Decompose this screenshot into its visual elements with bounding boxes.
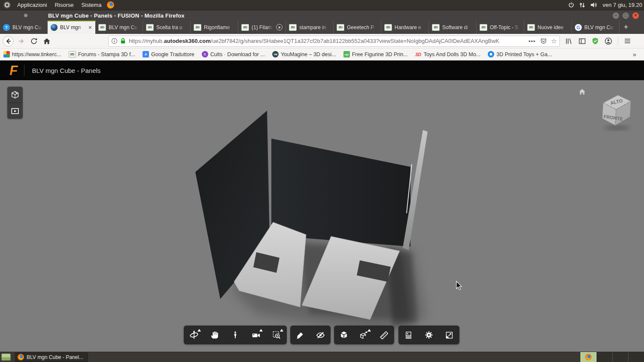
new-tab-button[interactable]: +: [620, 21, 632, 34]
library-icon[interactable]: [565, 37, 573, 45]
tab-0[interactable]: T BLV mgn Cu: [0, 21, 48, 34]
cube-outline-icon: [10, 90, 20, 100]
url-text[interactable]: https://myhub.autodesk360.com/ue2bf7842/…: [129, 38, 529, 44]
tab-4[interactable]: 3D Rigonfiame: [191, 21, 238, 34]
forward-button[interactable]: [15, 35, 27, 48]
tab-6[interactable]: 3D stampare in: [286, 21, 334, 34]
minimize-button[interactable]: –: [613, 12, 619, 19]
tab-10[interactable]: 3D Off-Topic - S: [477, 21, 524, 34]
protection-shield-icon[interactable]: [592, 37, 599, 45]
forum-3d-favicon: 3D: [480, 24, 487, 31]
forum-3d-favicon: 3D: [337, 24, 344, 31]
fusion-logo[interactable]: F: [9, 63, 18, 77]
home-button[interactable]: [40, 35, 53, 48]
page-actions-icon[interactable]: •••: [529, 38, 536, 44]
bookmark-3d-printed-toys[interactable]: 3D Printed Toys + Ga...: [488, 51, 552, 57]
menu-sistema[interactable]: Sistema: [77, 2, 105, 8]
bookmark-star-icon[interactable]: ☆: [551, 37, 557, 45]
menu-applicazioni[interactable]: Applicazioni: [13, 2, 51, 8]
window-title: BLV mgn Cube - Panels - FUSION - Mozilla…: [48, 12, 185, 19]
properties-button[interactable]: [400, 326, 418, 344]
pocket-icon[interactable]: [540, 38, 547, 45]
url-bar[interactable]: https://myhub.autodesk360.com/ue2bf7842/…: [108, 36, 560, 47]
tab-close-icon[interactable]: ×: [88, 24, 92, 31]
tab-11[interactable]: 3D Nuove idee: [524, 21, 572, 34]
tab-audio-icon[interactable]: [276, 24, 283, 30]
bookmark-toys-and-dolls[interactable]: 3DToys And Dolls 3D Mo...: [415, 51, 481, 57]
reload-button[interactable]: [27, 35, 40, 48]
presentations-button[interactable]: [7, 103, 23, 119]
google-translate-icon: A: [143, 51, 149, 57]
bookmarks-overflow-chevron[interactable]: »: [633, 51, 641, 58]
window-icon: [24, 14, 27, 17]
fusion-header: F BLV mgn Cube - Panels: [0, 60, 644, 80]
workspace-4[interactable]: [628, 352, 644, 362]
maximize-button[interactable]: ▢: [623, 12, 629, 19]
bookmark-tinkercad[interactable]: https://www.tinkerc...: [3, 51, 61, 57]
bookmark-google-traduttore[interactable]: AGoogle Traduttore: [143, 51, 194, 57]
mouse-cursor: [456, 281, 462, 290]
home-view-button[interactable]: [578, 87, 586, 96]
google-favicon: G: [575, 24, 582, 31]
hamburger-menu-icon[interactable]: [624, 37, 631, 45]
forum-3d-icon: 3D: [69, 51, 76, 57]
tab-2[interactable]: 3D BLV mgn Cu: [95, 21, 143, 34]
model-browser-button[interactable]: [7, 87, 23, 103]
bookmarks-toolbar: https://www.tinkerc... 3DForums - Stampa…: [0, 48, 644, 60]
menu-risorse[interactable]: Risorse: [51, 2, 77, 8]
https-lock-icon[interactable]: [120, 38, 126, 44]
zoom-window-tool-button[interactable]: [267, 326, 286, 344]
look-at-tool-button[interactable]: [247, 326, 265, 344]
forum-3d-favicon: 3D: [194, 24, 201, 31]
walk-tool-button[interactable]: [226, 326, 244, 344]
settings-button[interactable]: [420, 326, 438, 344]
printed-toys-icon: [488, 51, 494, 57]
volume-icon[interactable]: [590, 2, 598, 8]
tab-12[interactable]: G BLV mgn Cu: [572, 21, 620, 34]
bookmark-youmagine[interactable]: YMYouMagine – 3D desi...: [272, 51, 336, 57]
tab-1-active[interactable]: BLV mgn ×: [48, 21, 95, 34]
power-icon[interactable]: [568, 2, 574, 8]
show-desktop-button[interactable]: [1, 353, 11, 361]
firefox-launcher-icon[interactable]: [107, 1, 114, 9]
3d-model-scene: [0, 80, 644, 352]
close-button[interactable]: ×: [632, 12, 639, 19]
fullscreen-button[interactable]: [440, 326, 458, 344]
hide-tool-button[interactable]: [312, 326, 330, 344]
tab-9[interactable]: 3D Software di: [429, 21, 477, 34]
tab-8[interactable]: 3D Hardware e: [381, 21, 429, 34]
pan-tool-button[interactable]: [206, 326, 224, 344]
site-info-icon[interactable]: [111, 38, 118, 44]
forum-3d-favicon: 3D: [527, 24, 535, 31]
back-button[interactable]: [2, 35, 15, 48]
clock[interactable]: ven 7 giu, 19.20: [602, 2, 642, 8]
account-icon[interactable]: [605, 37, 612, 45]
firefox-titlebar: BLV mgn Cube - Panels - FUSION - Mozilla…: [0, 10, 644, 21]
markup-tool-button[interactable]: [292, 326, 310, 344]
toolbar-model-group: [334, 326, 394, 344]
visual-style-button[interactable]: [335, 326, 353, 344]
tab-5[interactable]: 3D (1) Filame: [238, 21, 286, 34]
thingiverse-favicon: T: [3, 24, 10, 31]
taskbar-window-button[interactable]: BLV mgn Cube - Panel...: [15, 353, 88, 362]
tab-7[interactable]: 3D Geeetech P: [334, 21, 381, 34]
explode-model-button[interactable]: [355, 326, 373, 344]
workspace-2[interactable]: [596, 352, 612, 362]
ubuntu-menu-icon[interactable]: [3, 1, 11, 9]
network-arrows-icon[interactable]: [579, 2, 586, 8]
tab-3[interactable]: 3D Scelta tra u: [143, 21, 191, 34]
tab-strip: T BLV mgn Cu BLV mgn × 3D BLV mgn Cu 3D …: [0, 21, 644, 34]
bookmark-forums-stampa3d[interactable]: 3DForums - Stampa 3D f...: [69, 51, 135, 57]
youmagine-icon: YM: [272, 51, 279, 57]
orbit-tool-button[interactable]: [185, 326, 203, 344]
forum-3d-favicon: 3D: [384, 24, 392, 31]
viewcube[interactable]: ALTO FRONTE: [599, 89, 640, 132]
viewer-canvas[interactable]: ALTO FRONTE: [0, 80, 644, 352]
document-title: BLV mgn Cube - Panels: [32, 67, 101, 74]
workspace-1-active[interactable]: [580, 352, 596, 362]
bookmark-cgtrader[interactable]: cgtFree Figurine 3D Prin...: [343, 51, 408, 57]
bookmark-cults[interactable]: CCults · Download for ...: [202, 51, 265, 57]
sidebar-icon[interactable]: [578, 37, 586, 45]
measure-tool-button[interactable]: [375, 326, 393, 344]
workspace-3[interactable]: [612, 352, 628, 362]
